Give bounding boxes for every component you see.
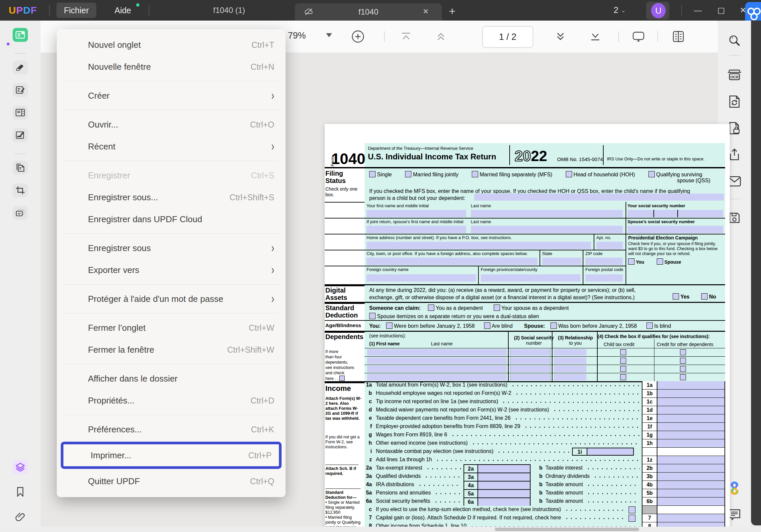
search-icon[interactable] <box>726 33 742 48</box>
menu-item-proteger[interactable]: Protéger à l'aide d'un mot de passe› <box>57 288 286 310</box>
previous-page-button[interactable] <box>432 28 450 45</box>
menu-item-fermer-fenetre[interactable]: Fermer la fenêtreCtrl+Shift+W <box>57 339 286 361</box>
mid-amount-input[interactable] <box>478 464 531 473</box>
dependent-name-input[interactable] <box>367 349 507 356</box>
amount-input[interactable] <box>657 414 725 423</box>
dependent-ssn-input[interactable] <box>510 357 550 364</box>
other-credit-checkbox[interactable] <box>680 349 686 355</box>
mid-amount-input[interactable] <box>478 481 531 489</box>
dependent-ssn-input[interactable] <box>510 374 550 381</box>
mid-amount-input[interactable] <box>478 489 531 497</box>
amount-input[interactable] <box>657 497 725 506</box>
dependent-ssn-input[interactable] <box>510 349 550 356</box>
dependent-relationship-input[interactable] <box>554 374 586 381</box>
scrollbar-thumb[interactable] <box>495 528 639 531</box>
amount-input[interactable] <box>657 473 725 481</box>
more-dependents-checkbox[interactable] <box>339 376 345 381</box>
amount-input[interactable] <box>657 439 725 448</box>
ocr-icon[interactable]: OCR <box>726 68 742 82</box>
you-blind-checkbox[interactable] <box>484 322 490 329</box>
page-indicator[interactable]: 1 / 2 <box>482 26 533 48</box>
watermark-icon[interactable] <box>13 206 28 220</box>
apt-input[interactable] <box>596 242 623 249</box>
menu-item-nouvelle-fenetre[interactable]: Nouvelle fenêtreCtrl+N <box>57 56 286 78</box>
hoh-checkbox[interactable] <box>566 171 572 177</box>
amount-input[interactable] <box>657 398 725 406</box>
menu-item-nouvel-onglet[interactable]: Nouvel ongletCtrl+T <box>57 34 286 56</box>
form-field-icon[interactable] <box>13 106 28 120</box>
ctc-checkbox[interactable] <box>620 358 626 364</box>
menu-item-creer[interactable]: Créer› <box>57 85 286 107</box>
da-no-checkbox[interactable] <box>701 293 708 300</box>
spouse-last-input[interactable] <box>471 226 623 233</box>
maximize-button[interactable]: ▢ <box>715 4 728 17</box>
dependent-relationship-input[interactable] <box>554 366 586 372</box>
go-first-page-button[interactable] <box>397 28 415 45</box>
other-credit-checkbox[interactable] <box>680 358 686 364</box>
presentation-button[interactable] <box>630 28 647 45</box>
first-name-input[interactable] <box>367 210 466 217</box>
account-button[interactable]: U <box>646 2 669 20</box>
last-name-input[interactable] <box>471 210 623 217</box>
menu-item-recent[interactable]: Récent› <box>57 135 286 157</box>
state-input[interactable] <box>542 258 581 265</box>
fill-sign-icon[interactable] <box>13 128 28 142</box>
menu-item-afficher-dossier[interactable]: Afficher dans le dossier <box>57 368 286 390</box>
amount-input[interactable] <box>657 406 725 414</box>
line-checkbox[interactable] <box>629 515 635 522</box>
amount-input[interactable] <box>657 481 725 489</box>
menu-item-quitter[interactable]: Quitter UPDFCtrl+Q <box>57 470 286 492</box>
home-address-input[interactable] <box>367 242 591 249</box>
dependent-relationship-input[interactable] <box>554 349 586 356</box>
da-yes-checkbox[interactable] <box>673 293 679 300</box>
pages-icon[interactable] <box>13 161 28 175</box>
horizontal-scrollbar[interactable] <box>0 527 761 532</box>
convert-icon[interactable] <box>726 94 742 109</box>
ctc-checkbox[interactable] <box>620 349 626 355</box>
bookmark-icon[interactable] <box>13 485 28 499</box>
spouse-blind-checkbox[interactable] <box>646 322 653 329</box>
dependent-name-input[interactable] <box>367 357 507 364</box>
amount-input[interactable] <box>657 431 725 439</box>
city-input[interactable] <box>367 258 538 265</box>
line-checkbox[interactable] <box>629 506 635 513</box>
mfs-checkbox[interactable] <box>472 171 478 177</box>
ctc-checkbox[interactable] <box>620 374 626 380</box>
note-edit-icon[interactable] <box>13 83 28 97</box>
menu-item-enregistrer-sous[interactable]: Enregistrer sous...Ctrl+Shift+S <box>57 186 286 208</box>
menu-item-proprietes[interactable]: Propriétés...Ctrl+D <box>57 390 286 411</box>
spouse-dependent-checkbox[interactable] <box>494 305 500 311</box>
menu-item-fermer-onglet[interactable]: Fermer l’ongletCtrl+W <box>57 317 286 339</box>
single-checkbox[interactable] <box>369 171 376 177</box>
mfj-checkbox[interactable] <box>405 171 411 177</box>
pec-you-checkbox[interactable] <box>628 258 634 265</box>
menu-item-ouvrir[interactable]: Ouvrir...Ctrl+O <box>57 114 286 135</box>
foreign-prov-input[interactable] <box>481 274 580 282</box>
tab-f1040-1[interactable]: f1040 (1) <box>159 6 299 15</box>
mid-amount-input[interactable] <box>478 497 531 506</box>
mid-amount-input[interactable] <box>478 473 531 481</box>
amount-input[interactable] <box>657 390 725 398</box>
crop-icon[interactable] <box>13 183 28 197</box>
spouse-first-input[interactable] <box>367 226 466 233</box>
window-count-dropdown[interactable]: 2 ⌄ <box>614 5 626 15</box>
amount-input[interactable] <box>657 514 725 522</box>
pdf-page[interactable]: Form 1040 Department of the Treasury—Int… <box>325 124 730 532</box>
other-credit-checkbox[interactable] <box>680 374 686 380</box>
ctc-checkbox[interactable] <box>620 366 626 372</box>
foreign-country-input[interactable] <box>367 274 476 282</box>
amount-input[interactable] <box>657 423 725 431</box>
amount-input[interactable] <box>657 489 725 497</box>
amount-input[interactable] <box>657 456 725 464</box>
qss-checkbox[interactable] <box>648 171 655 177</box>
spouse-born-checkbox[interactable] <box>550 322 557 329</box>
dependent-relationship-input[interactable] <box>554 357 586 364</box>
you-dependent-checkbox[interactable] <box>428 305 434 311</box>
menu-item-enregistrer-cloud[interactable]: Enregistrer dans UPDF Cloud <box>57 208 286 230</box>
menu-aide[interactable]: Aide <box>106 3 139 18</box>
menu-item-exporter-vers[interactable]: Exporter vers› <box>57 259 286 281</box>
tab-f1040[interactable]: f1040 ✕ <box>295 3 442 21</box>
next-page-button[interactable] <box>552 28 569 45</box>
dependent-ssn-input[interactable] <box>510 366 550 372</box>
highlighter-icon[interactable] <box>13 60 28 74</box>
